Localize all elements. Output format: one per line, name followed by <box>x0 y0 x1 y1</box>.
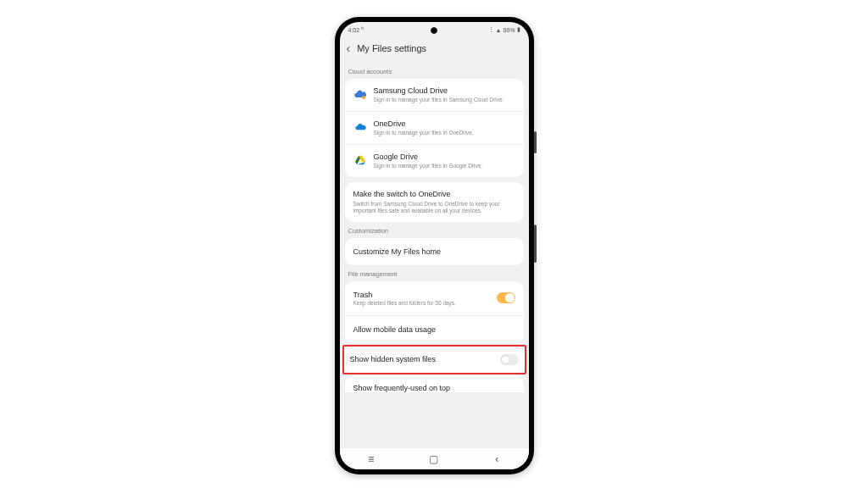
back-button[interactable]: ‹ <box>488 453 505 465</box>
customization-card: Customize My Files home <box>345 238 524 265</box>
customize-home-label: Customize My Files home <box>353 247 515 256</box>
show-freq-label: Show frequently-used on top <box>353 384 451 392</box>
svg-point-0 <box>362 96 365 99</box>
cloud-row-title: Samsung Cloud Drive <box>374 86 515 96</box>
show-hidden-label: Show hidden system files <box>350 355 495 363</box>
cloud-accounts-card: Samsung Cloud Drive Sign in to manage yo… <box>345 79 524 177</box>
nav-bar: ≡ ▢ ‹ <box>340 447 529 469</box>
back-icon[interactable]: ‹ <box>347 42 351 54</box>
show-hidden-row[interactable]: Show hidden system files <box>344 347 525 373</box>
home-button[interactable]: ▢ <box>426 453 442 465</box>
status-time-suffix: ᴿ <box>361 26 364 33</box>
highlight-show-hidden: Show hidden system files <box>342 345 526 374</box>
recents-button[interactable]: ≡ <box>363 453 380 465</box>
battery-pct: 86% <box>503 27 515 33</box>
cloud-row-sub: Sign in to manage your files in OneDrive… <box>374 130 515 136</box>
battery-icon: ▮ <box>517 26 520 33</box>
side-button <box>534 225 537 263</box>
screen: 4:02 ᴿ ⋮ ▲ 86% ▮ ‹ My Files settings Clo… <box>340 22 529 469</box>
cloud-row-sub: Sign in to manage your files in Samsung … <box>374 97 515 103</box>
status-time: 4:02 <box>348 27 360 33</box>
cloud-row-onedrive[interactable]: OneDrive Sign in to manage your files in… <box>345 112 524 145</box>
allow-data-label: Allow mobile data usage <box>353 325 515 334</box>
google-drive-icon <box>353 153 367 167</box>
section-header-filemgmt: File management <box>340 265 529 281</box>
filemgmt-card: Trash Keep deleted files and folders for… <box>345 281 524 343</box>
allow-data-row[interactable]: Allow mobile data usage <box>345 316 524 343</box>
cloud-row-title: Google Drive <box>374 152 515 162</box>
page-title: My Files settings <box>357 43 426 53</box>
app-bar: ‹ My Files settings <box>340 37 529 63</box>
promo-sub: Switch from Samsung Cloud Drive to OneDr… <box>353 201 515 214</box>
trash-row[interactable]: Trash Keep deleted files and folders for… <box>345 281 524 316</box>
cloud-row-title: OneDrive <box>374 119 515 129</box>
cloud-row-samsung[interactable]: Samsung Cloud Drive Sign in to manage yo… <box>345 79 524 112</box>
onedrive-icon <box>353 120 367 134</box>
show-hidden-toggle[interactable] <box>500 354 519 365</box>
wifi-icon: ⋮ <box>488 26 494 33</box>
signal-icon: ▲ <box>496 27 502 33</box>
onedrive-promo[interactable]: Make the switch to OneDrive Switch from … <box>345 182 524 222</box>
trash-toggle[interactable] <box>497 292 515 303</box>
cloud-row-googledrive[interactable]: Google Drive Sign in to manage your file… <box>345 145 524 177</box>
samsung-cloud-icon <box>353 87 367 101</box>
trash-title: Trash <box>353 291 492 299</box>
camera-punch-hole <box>431 27 437 34</box>
section-header-cloud: Cloud accounts <box>340 63 529 79</box>
customize-home-row[interactable]: Customize My Files home <box>345 238 524 265</box>
trash-sub: Keep deleted files and folders for 30 da… <box>353 300 492 306</box>
content[interactable]: Cloud accounts Samsung Cloud Drive Sign … <box>340 63 529 447</box>
section-header-customization: Customization <box>340 222 529 238</box>
promo-title: Make the switch to OneDrive <box>353 190 515 199</box>
cloud-row-sub: Sign in to manage your files in Google D… <box>374 163 515 169</box>
side-button <box>534 131 537 153</box>
phone-frame: 4:02 ᴿ ⋮ ▲ 86% ▮ ‹ My Files settings Clo… <box>335 17 534 474</box>
show-freq-row[interactable]: Show frequently-used on top <box>345 376 524 392</box>
